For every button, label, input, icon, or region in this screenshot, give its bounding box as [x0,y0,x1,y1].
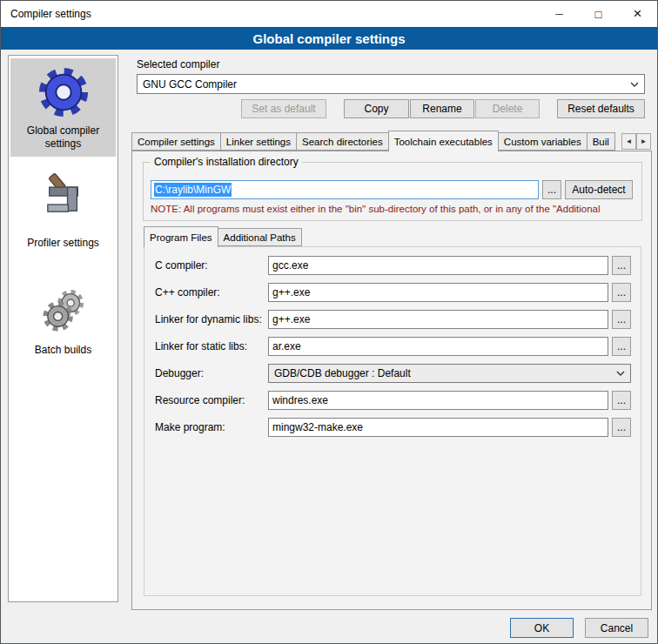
tab-custom-variables[interactable]: Custom variables [498,132,588,151]
auto-detect-button[interactable]: Auto-detect [565,180,633,199]
make-program-input[interactable] [268,418,608,437]
install-dir-input[interactable]: C:\raylib\MinGW [151,180,539,199]
toolchain-executables-panel: Compiler's installation directory C:\ray… [131,151,652,610]
note-text: NOTE: All programs must exist either in … [151,204,639,214]
tab-linker-settings[interactable]: Linker settings [220,132,297,151]
sidebar-item-label: Batch builds [35,344,91,357]
chevron-down-icon [611,371,625,376]
field-label: Linker for dynamic libs: [155,313,268,325]
field-row-cpp-compiler: C++ compiler: ... [155,283,634,302]
browse-button[interactable]: ... [612,256,631,275]
maximize-icon: □ [595,8,602,21]
field-label: Debugger: [155,367,268,379]
window-title: Compiler settings [1,8,91,20]
tab-compiler-settings[interactable]: Compiler settings [131,132,221,151]
install-dir-browse-button[interactable]: ... [542,180,561,199]
minimize-button[interactable]: ─ [540,1,579,27]
browse-button[interactable]: ... [612,283,631,302]
debugger-select-value: GDB/CDB debugger : Default [274,367,411,379]
delete-button: Delete [475,99,540,118]
ok-button[interactable]: OK [510,618,574,638]
set-as-default-button: Set as default [241,99,326,118]
field-label: Resource compiler: [155,394,268,406]
field-row-resource-compiler: Resource compiler: ... [155,391,634,410]
field-row-debugger: Debugger: GDB/CDB debugger : Default [155,364,634,383]
reset-defaults-button[interactable]: Reset defaults [557,99,645,118]
arrow-right-icon: ► [641,138,648,145]
close-icon: × [634,5,642,23]
c-compiler-input[interactable] [268,256,608,275]
sidebar-item-profiler-settings[interactable]: Profiler settings [10,167,116,253]
field-row-make-program: Make program: ... [155,418,634,437]
browse-button[interactable]: ... [612,337,631,356]
chevron-down-icon [625,82,639,87]
static-linker-input[interactable] [268,337,608,356]
minimize-icon: ─ [555,8,563,20]
dialog-header: Global compiler settings [1,27,657,50]
copy-button[interactable]: Copy [344,99,409,118]
installation-directory-groupbox: Compiler's installation directory C:\ray… [143,162,642,221]
batch-builds-icon [38,286,89,337]
browse-button[interactable]: ... [612,391,631,410]
caption-buttons: ─ □ × [540,1,657,27]
tab-build-options[interactable]: Buil [587,132,615,151]
tab-strip: Compiler settings Linker settings Search… [131,131,621,151]
field-row-static-linker: Linker for static libs: ... [155,337,634,356]
compiler-select-value: GNU GCC Compiler [143,78,237,91]
sidebar: Global compiler settings Profiler settin… [8,55,118,602]
maximize-button[interactable]: □ [579,1,618,27]
installation-directory-label: Compiler's installation directory [151,156,302,168]
compiler-settings-window: Compiler settings ─ □ × Global compiler … [0,0,658,644]
subtab-additional-paths[interactable]: Additional Paths [218,228,302,246]
field-row-dynamic-linker: Linker for dynamic libs: ... [155,310,634,329]
arrow-left-icon: ◄ [626,138,633,145]
compiler-select[interactable]: GNU GCC Compiler [137,74,645,94]
cancel-button[interactable]: Cancel [585,618,648,638]
titlebar: Compiler settings ─ □ × [1,1,657,27]
browse-button[interactable]: ... [612,418,631,437]
field-label: C++ compiler: [155,286,268,299]
field-row-c-compiler: C compiler: ... [155,256,634,275]
sidebar-item-global-compiler-settings[interactable]: Global compiler settings [10,58,116,157]
browse-button[interactable]: ... [612,310,631,329]
tab-scroll-left-button[interactable]: ◄ [621,133,636,150]
field-label: Make program: [155,421,268,433]
sidebar-item-label: Global compiler settings [12,124,114,150]
tab-scroll-right-button[interactable]: ► [636,133,651,150]
sidebar-item-label: Profiler settings [27,237,99,250]
profiler-icon [38,171,89,223]
field-label: Linker for static libs: [155,340,268,352]
resource-compiler-input[interactable] [268,391,608,410]
cpp-compiler-input[interactable] [268,283,608,302]
debugger-select[interactable]: GDB/CDB debugger : Default [268,364,631,383]
subtab-program-files[interactable]: Program Files [144,226,218,247]
dynamic-linker-input[interactable] [268,310,608,329]
subtab-strip: Program Files Additional Paths [144,226,302,247]
tab-toolchain-executables[interactable]: Toolchain executables [388,131,499,151]
field-label: C compiler: [155,259,268,272]
selected-compiler-label: Selected compiler [137,58,219,70]
tab-search-directories[interactable]: Search directories [296,132,389,151]
install-dir-value: C:\raylib\MinGW [154,183,232,197]
install-dir-row: C:\raylib\MinGW ... Auto-detect [151,180,633,199]
close-button[interactable]: × [618,1,657,27]
global-compiler-gear-icon [37,65,91,119]
sidebar-item-batch-builds[interactable]: Batch builds [10,279,116,364]
rename-button[interactable]: Rename [410,99,474,118]
program-files-panel: C compiler: ... C++ compiler: ... Linker… [144,246,641,596]
